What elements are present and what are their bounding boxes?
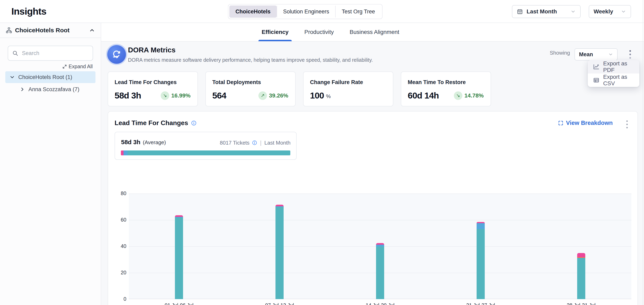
sidebar-header: ChoiceHotels Root <box>0 23 101 38</box>
org-tab-solution-engineers[interactable]: Solution Engineers <box>277 5 336 18</box>
chevron-right-icon <box>20 86 25 92</box>
expand-icon <box>558 120 564 126</box>
metric-value: 58d 3h <box>114 91 141 100</box>
info-icon[interactable] <box>252 140 257 145</box>
trend-down-icon: ↘ <box>161 91 169 100</box>
top-header: Insights ChoiceHotels Solution Engineers… <box>0 0 644 23</box>
scrollbar[interactable] <box>643 0 643 305</box>
progress-segment-planning <box>121 150 124 155</box>
y-tick-label: 80 <box>114 191 126 196</box>
metric-delta: ↘ 14.78% <box>454 91 484 100</box>
dora-cycle-icon <box>107 45 126 64</box>
chart-export-icon <box>593 63 600 70</box>
date-range-select[interactable]: Last Month <box>512 5 580 18</box>
search-input[interactable] <box>22 50 88 57</box>
bar-segment-planning <box>175 215 183 217</box>
granularity-select[interactable]: Weekly <box>589 5 631 18</box>
metric-delta: ↗ 39.26% <box>258 91 288 100</box>
chart-kebab-menu-icon[interactable] <box>626 120 628 128</box>
tree-item-label: ChoiceHotels Root (1) <box>18 74 72 80</box>
export-as-pdf-label: Export as PDF <box>603 60 634 73</box>
insights-dashboard: Insights ChoiceHotels Solution Engineers… <box>0 0 644 305</box>
bar-segment-review <box>476 223 485 229</box>
view-breakdown-label: View Breakdown <box>566 120 613 126</box>
chevron-down-icon <box>621 9 626 14</box>
metric-card-lead-time: Lead Time For Changes 58d 3h ↘ 16.99% <box>108 71 198 106</box>
export-as-csv-label: Export as CSV <box>603 74 634 87</box>
average-summary-card: 58d 3h (Average) 8017 Tickets | Last Mon… <box>114 132 296 160</box>
trend-up-icon: ↗ <box>258 91 267 100</box>
export-menu: Export as PDF Export as CSV <box>588 60 639 87</box>
search-box <box>8 46 93 61</box>
metric-delta: ↘ 16.99% <box>161 91 190 100</box>
tree-item-choicehotels-root[interactable]: ChoiceHotels Root (1) <box>5 71 96 83</box>
y-tick-label: 40 <box>114 243 126 249</box>
section-tabs-bar: Efficiency Productivity Business Alignme… <box>101 23 644 42</box>
x-tick-label: 07 Jul-13 Jul <box>229 302 330 305</box>
tree-item-anna-scozzafava[interactable]: Anna Scozzafava (7) <box>0 83 101 95</box>
metric-card-mean-time-to-restore: Mean Time To Restore 60d 14h ↘ 14.78% <box>401 71 491 106</box>
org-tree: ChoiceHotels Root (1) Anna Scozzafava (7… <box>0 71 101 95</box>
bar-slot <box>430 194 531 299</box>
stacked-bar-5 <box>577 253 585 299</box>
chevron-down-icon <box>9 74 15 80</box>
delta-percent: 14.78% <box>464 92 484 99</box>
metric-title: Lead Time For Changes <box>114 79 177 85</box>
section-tabs: Efficiency Productivity Business Alignme… <box>262 23 399 41</box>
bar-slot <box>129 194 229 299</box>
main-content: Efficiency Productivity Business Alignme… <box>101 23 644 305</box>
org-hierarchy-icon <box>6 27 12 33</box>
stacked-bar-4 <box>476 222 485 299</box>
stacked-bar-3 <box>376 243 384 299</box>
stacked-bar-1 <box>175 215 183 299</box>
average-value: 58d 3h <box>121 139 140 146</box>
bar-segment-review <box>376 245 384 247</box>
divider: | <box>260 139 262 146</box>
export-as-csv-item[interactable]: Export as CSV <box>588 73 639 87</box>
dora-metrics-description: DORA metrics measure software delivery p… <box>128 57 373 63</box>
bar-slot <box>330 194 430 299</box>
x-tick-label: 21 Jul-27 Jul <box>430 302 531 305</box>
tab-business-alignment[interactable]: Business Alignment <box>350 23 399 41</box>
bar-segment-planning <box>577 253 585 257</box>
metric-card-change-failure-rate: Change Failure Rate 100 % <box>303 71 393 106</box>
tab-efficiency[interactable]: Efficiency <box>262 23 288 41</box>
trend-down-icon: ↘ <box>454 91 462 100</box>
showing-label: Showing <box>550 50 570 56</box>
phase-progress-bar <box>121 150 290 155</box>
metric-unit: % <box>326 93 331 99</box>
org-tab-test-org-tree[interactable]: Test Org Tree <box>336 5 381 18</box>
org-switcher: ChoiceHotels Solution Engineers Test Org… <box>228 4 382 19</box>
expand-all-icon <box>62 64 67 69</box>
bar-segment-planning <box>276 205 284 206</box>
export-as-pdf-item[interactable]: Export as PDF <box>588 60 639 73</box>
expand-all-label: Expand All <box>69 63 93 69</box>
dora-kebab-menu-icon[interactable] <box>629 50 631 59</box>
progress-segment-deployment <box>128 150 290 155</box>
sidebar-title: ChoiceHotels Root <box>15 27 70 34</box>
x-tick-label: 14 Jul-20 Jul <box>330 302 430 305</box>
org-tree-sidebar: ChoiceHotels Root Expand All <box>0 23 101 305</box>
chevron-down-icon <box>570 9 576 14</box>
granularity-value: Weekly <box>594 8 613 15</box>
bar-segment-planning <box>376 243 384 245</box>
metric-value: 564 <box>212 91 226 100</box>
search-icon <box>12 50 18 56</box>
tree-item-label: Anna Scozzafava (7) <box>28 86 80 93</box>
x-tick-label: 01 Jul-06 Jul <box>129 302 229 305</box>
aggregation-select[interactable]: Mean <box>574 48 618 60</box>
info-icon[interactable] <box>191 120 197 126</box>
view-breakdown-button[interactable]: View Breakdown <box>558 120 613 126</box>
expand-all-button[interactable]: Expand All <box>62 63 93 69</box>
bar-slot <box>229 194 330 299</box>
org-tab-choicehotels[interactable]: ChoiceHotels <box>229 5 277 18</box>
bar-segment-deployment <box>276 207 284 299</box>
plot-area <box>129 194 632 299</box>
collapse-sidebar-chevron-up-icon[interactable] <box>89 27 95 33</box>
stacked-bar-2 <box>276 205 284 299</box>
metric-card-total-deployments: Total Deployments 564 ↗ 39.26% <box>206 71 296 106</box>
bar-segment-deployment <box>376 247 384 299</box>
tab-productivity[interactable]: Productivity <box>304 23 334 41</box>
metric-title: Total Deployments <box>212 79 261 85</box>
chart-card-title: Lead Time For Changes <box>114 119 197 127</box>
